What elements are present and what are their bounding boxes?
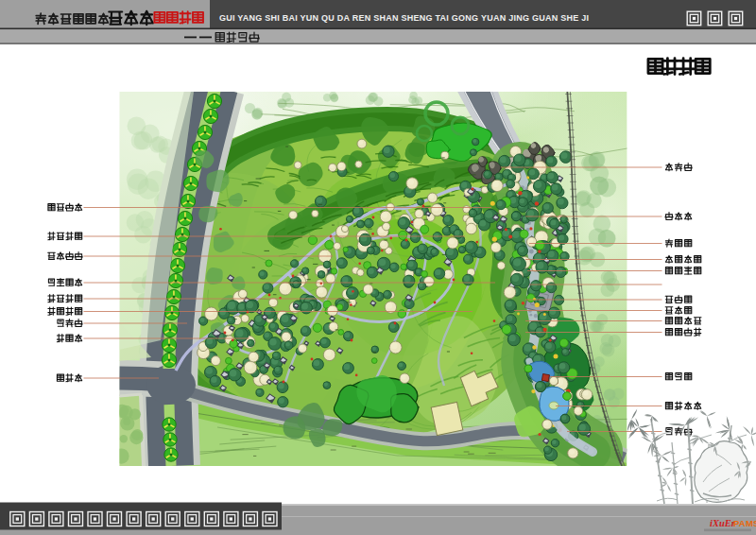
svg-text:iXuEr: iXuEr xyxy=(710,518,736,528)
svg-text:PAMS: PAMS xyxy=(733,518,756,528)
svg-text:GUI YANG SHI BAI YUN QU DA REN: GUI YANG SHI BAI YUN QU DA REN SHAN SHEN… xyxy=(219,13,589,23)
